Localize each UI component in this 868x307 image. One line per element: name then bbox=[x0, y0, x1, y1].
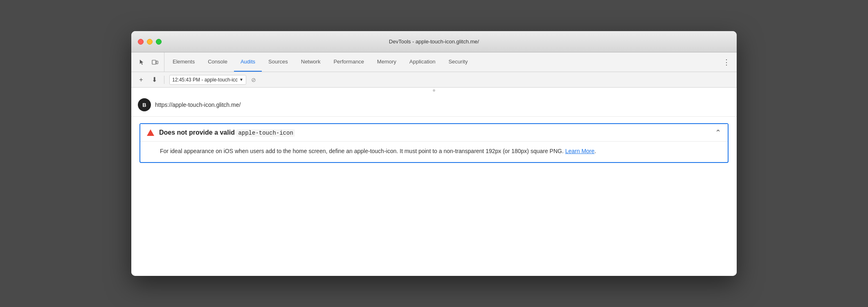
svg-rect-0 bbox=[152, 60, 156, 64]
warning-title-code: apple-touch-icon bbox=[236, 129, 295, 137]
warning-header[interactable]: Does not provide a valid apple-touch-ico… bbox=[140, 124, 728, 141]
devtools-toolbar: Elements Console Audits Sources Network … bbox=[131, 52, 737, 72]
warning-body: For ideal appearance on iOS when users a… bbox=[140, 141, 728, 162]
dropdown-arrow-icon: ▼ bbox=[239, 77, 243, 82]
more-tabs-button[interactable]: ⋮ bbox=[718, 52, 735, 72]
tab-audits[interactable]: Audits bbox=[234, 52, 262, 72]
url-text: https://apple-touch-icon.glitch.me/ bbox=[155, 102, 241, 108]
site-favicon: B bbox=[138, 98, 151, 111]
warning-title: Does not provide a valid apple-touch-ico… bbox=[159, 129, 295, 136]
tab-memory[interactable]: Memory bbox=[371, 52, 403, 72]
download-audit-button[interactable]: ⬇ bbox=[149, 75, 159, 85]
audit-results: Does not provide a valid apple-touch-ico… bbox=[131, 117, 737, 173]
url-bar: B https://apple-touch-icon.glitch.me/ bbox=[131, 93, 737, 117]
session-selector[interactable]: 12:45:43 PM - apple-touch-icc ▼ bbox=[169, 75, 246, 85]
secondary-toolbar: + ⬇ 12:45:43 PM - apple-touch-icc ▼ ⊘ bbox=[131, 72, 737, 88]
tab-console[interactable]: Console bbox=[201, 52, 234, 72]
session-text: 12:45:43 PM - apple-touch-icc bbox=[172, 77, 238, 83]
titlebar: DevTools - apple-touch-icon.glitch.me/ bbox=[131, 31, 737, 52]
warning-title-text: Does not provide a valid bbox=[159, 129, 235, 136]
learn-more-link[interactable]: Learn More bbox=[565, 148, 595, 154]
tab-sources[interactable]: Sources bbox=[262, 52, 295, 72]
device-toolbar-icon-button[interactable] bbox=[149, 56, 161, 68]
warning-triangle-icon bbox=[147, 129, 154, 136]
window-title: DevTools - apple-touch-icon.glitch.me/ bbox=[389, 38, 479, 45]
minimize-button[interactable] bbox=[147, 39, 153, 45]
warning-header-left: Does not provide a valid apple-touch-ico… bbox=[147, 129, 295, 136]
toolbar-icons bbox=[133, 52, 164, 72]
tab-performance[interactable]: Performance bbox=[327, 52, 370, 72]
tab-network[interactable]: Network bbox=[295, 52, 327, 72]
svg-rect-1 bbox=[156, 61, 158, 64]
add-audit-button[interactable]: + bbox=[136, 75, 146, 85]
separator-dot bbox=[433, 89, 435, 92]
tab-elements[interactable]: Elements bbox=[166, 52, 201, 72]
close-button[interactable] bbox=[138, 39, 144, 45]
cursor-icon-button[interactable] bbox=[136, 56, 148, 68]
traffic-lights bbox=[138, 39, 162, 45]
toolbar-divider bbox=[164, 76, 164, 84]
no-entry-icon[interactable]: ⊘ bbox=[250, 76, 258, 84]
warning-description: For ideal appearance on iOS when users a… bbox=[160, 147, 721, 156]
chevron-up-icon[interactable]: ⌃ bbox=[715, 129, 721, 136]
separator-row bbox=[131, 88, 737, 93]
tab-bar: Elements Console Audits Sources Network … bbox=[166, 52, 718, 72]
maximize-button[interactable] bbox=[156, 39, 162, 45]
devtools-window: DevTools - apple-touch-icon.glitch.me/ E… bbox=[131, 31, 737, 276]
main-content: B https://apple-touch-icon.glitch.me/ Do… bbox=[131, 88, 737, 276]
tab-application[interactable]: Application bbox=[403, 52, 442, 72]
warning-card: Does not provide a valid apple-touch-ico… bbox=[139, 123, 729, 163]
tab-security[interactable]: Security bbox=[442, 52, 474, 72]
